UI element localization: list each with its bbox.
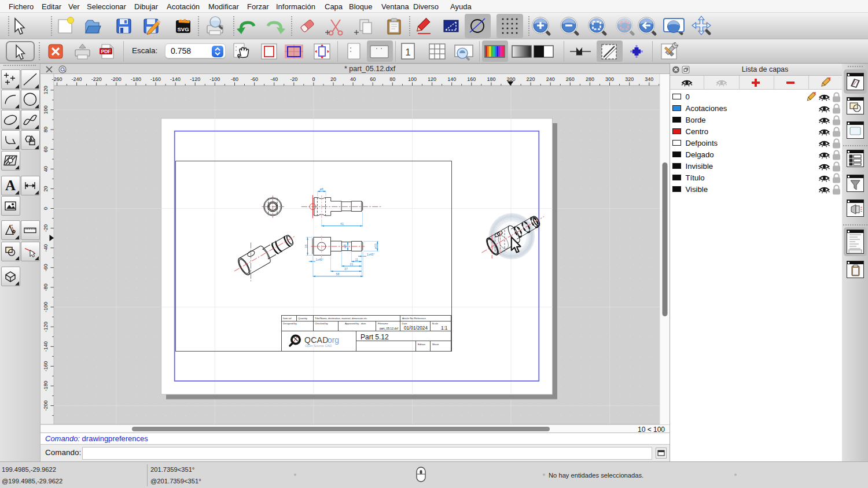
svg-text:320: 320 bbox=[625, 76, 634, 82]
svg-text:-60: -60 bbox=[251, 76, 258, 82]
svg-text:40: 40 bbox=[43, 166, 49, 172]
svg-text:SVG: SVG bbox=[177, 26, 189, 32]
svg-text:100: 100 bbox=[408, 76, 417, 82]
svg-text:-140: -140 bbox=[43, 341, 49, 352]
svg-text:Scale: Scale bbox=[432, 322, 439, 325]
svg-text:part_05.12.dxf: part_05.12.dxf bbox=[380, 327, 399, 330]
svg-text:100: 100 bbox=[43, 105, 49, 114]
svg-text:ø8: ø8 bbox=[343, 245, 347, 248]
svg-text:1x45°: 1x45° bbox=[316, 258, 323, 261]
svg-text:PDF: PDF bbox=[101, 49, 111, 54]
svg-text:-200: -200 bbox=[43, 401, 49, 411]
svg-text:-220: -220 bbox=[91, 76, 102, 82]
svg-text:-40: -40 bbox=[43, 244, 49, 252]
svg-text:37: 37 bbox=[344, 267, 348, 271]
svg-text:60: 60 bbox=[43, 146, 49, 152]
svg-text:A: A bbox=[5, 178, 16, 193]
svg-text:-180: -180 bbox=[131, 76, 141, 82]
svg-text:280: 280 bbox=[586, 76, 594, 82]
svg-text:-260: -260 bbox=[52, 76, 62, 82]
svg-text:ø8: ø8 bbox=[320, 187, 323, 191]
svg-text:Designed by: Designed by bbox=[283, 322, 297, 325]
svg-text:-140: -140 bbox=[170, 76, 181, 82]
svg-text:20: 20 bbox=[330, 76, 336, 82]
svg-text:Item ref: Item ref bbox=[283, 317, 292, 320]
svg-text:120: 120 bbox=[428, 76, 436, 82]
svg-text:-240: -240 bbox=[72, 76, 82, 82]
svg-text:-80: -80 bbox=[231, 76, 238, 82]
svg-text:.org: .org bbox=[325, 335, 339, 345]
svg-text:01/01/2024: 01/01/2024 bbox=[404, 326, 428, 331]
svg-text:300: 300 bbox=[605, 76, 614, 82]
svg-text:80: 80 bbox=[43, 127, 49, 132]
svg-text:340: 340 bbox=[645, 76, 653, 82]
svg-text:1: 1 bbox=[405, 47, 410, 58]
svg-text:1x45°: 1x45° bbox=[367, 253, 374, 256]
svg-text:80: 80 bbox=[389, 76, 395, 82]
svg-text:-180: -180 bbox=[43, 380, 49, 391]
svg-text:-40: -40 bbox=[270, 76, 278, 82]
svg-text:Quantity: Quantity bbox=[298, 317, 308, 320]
svg-text:-60: -60 bbox=[43, 264, 49, 271]
svg-text:60: 60 bbox=[370, 76, 376, 82]
svg-text:180: 180 bbox=[487, 76, 495, 82]
svg-text:-80: -80 bbox=[43, 283, 49, 291]
svg-text:Title/Name, destination, mater: Title/Name, destination, material, dimen… bbox=[315, 317, 367, 320]
svg-text:Open Source CAD: Open Source CAD bbox=[305, 344, 332, 347]
svg-text:260: 260 bbox=[566, 76, 575, 82]
svg-text:240: 240 bbox=[546, 76, 555, 82]
svg-text:Article No./Reference: Article No./Reference bbox=[402, 317, 426, 320]
svg-text:120: 120 bbox=[43, 86, 49, 94]
svg-text:1:1: 1:1 bbox=[441, 326, 448, 331]
svg-text:Part 5.12: Part 5.12 bbox=[361, 333, 389, 341]
svg-text:ø10: ø10 bbox=[374, 243, 377, 249]
svg-text:58: 58 bbox=[336, 272, 340, 276]
svg-text:140: 140 bbox=[447, 76, 456, 82]
svg-text:21: 21 bbox=[350, 263, 354, 266]
svg-text:0: 0 bbox=[43, 207, 49, 210]
svg-text:-20: -20 bbox=[290, 76, 297, 82]
svg-text:160: 160 bbox=[467, 76, 476, 82]
svg-text:-120: -120 bbox=[190, 76, 200, 82]
svg-text:200: 200 bbox=[506, 76, 515, 82]
svg-text:41: 41 bbox=[340, 222, 344, 225]
svg-text:11: 11 bbox=[355, 258, 358, 261]
svg-text:Sheet: Sheet bbox=[432, 343, 439, 346]
svg-text:40: 40 bbox=[350, 76, 356, 82]
svg-text:-160: -160 bbox=[150, 76, 161, 82]
svg-text:-20: -20 bbox=[43, 224, 49, 232]
svg-text:-100: -100 bbox=[43, 302, 49, 312]
svg-text:Approved by - date: Approved by - date bbox=[345, 322, 366, 325]
svg-text:-100: -100 bbox=[209, 76, 220, 82]
svg-text:Filename: Filename bbox=[378, 322, 388, 325]
svg-text:220: 220 bbox=[527, 76, 535, 82]
svg-text:0: 0 bbox=[312, 76, 315, 82]
svg-text:Checked by: Checked by bbox=[315, 322, 329, 325]
svg-text:-200: -200 bbox=[111, 76, 122, 82]
svg-text:Date: Date bbox=[402, 322, 408, 325]
svg-text:18: 18 bbox=[304, 245, 308, 248]
svg-text:20: 20 bbox=[43, 186, 49, 191]
svg-text:-160: -160 bbox=[43, 361, 49, 371]
svg-text:Edition: Edition bbox=[418, 343, 426, 346]
svg-text:-120: -120 bbox=[43, 321, 49, 332]
